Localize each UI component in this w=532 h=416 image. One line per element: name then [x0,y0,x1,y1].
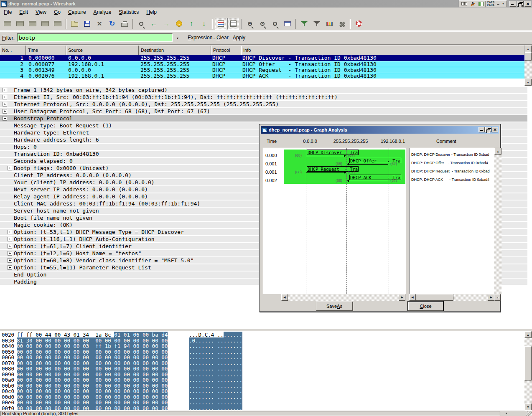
hex-row[interactable]: 00f000 00 00 00 00 00 00 00 00 00 00 00 … [0,406,524,411]
scroll-down-button[interactable] [494,294,501,301]
expand-icon[interactable] [8,230,12,234]
packet-row[interactable]: 20.000877192.168.0.1255.255.255.255DHCPD… [0,61,524,67]
detail-row[interactable]: Bootstrap Protocol [0,116,532,121]
ime-minimize-button[interactable] [496,1,501,7]
scroll-track[interactable] [288,294,399,301]
filter-input[interactable] [17,33,173,42]
menu-help[interactable]: Help [143,8,160,16]
help-button[interactable] [353,18,364,30]
menu-statistics[interactable]: Statistics [115,8,143,16]
go-forward-button[interactable]: → [160,18,172,30]
packet-row[interactable]: 10.0000000.0.0.0255.255.255.255DHCPDHCP … [0,55,524,61]
dialog-maximize-button[interactable] [485,127,491,132]
resize-grip[interactable] [526,411,532,416]
hex-row[interactable]: 006000 00 00 00 00 00 00 00 00 00 00 00 … [0,355,524,360]
expand-icon[interactable] [3,102,7,107]
comment-panel[interactable]: DHCP: DHCP Discover - Transaction ID 0xb… [409,148,494,294]
menu-analyze[interactable]: Analyze [90,8,115,16]
preferences-button[interactable] [336,18,348,30]
auto-scroll-button[interactable] [227,18,239,30]
hex-row[interactable]: 00e000 00 00 00 00 00 00 00 00 00 00 00 … [0,400,524,406]
scroll-left-button[interactable] [281,294,288,301]
hex-row[interactable]: 005000 00 00 00 00 00 00 00 00 00 00 00 … [0,349,524,355]
collapse-icon[interactable] [3,116,7,121]
expand-icon[interactable] [8,237,12,241]
ime-dictionary-button[interactable] [477,1,485,7]
go-back-button[interactable]: ← [148,18,160,30]
menu-capture[interactable]: Capture [64,8,90,16]
dialog-minimize-button[interactable] [479,127,485,132]
capture-start-button[interactable] [27,18,38,30]
filter-dropdown-button[interactable] [173,35,182,41]
flow-graph-panel[interactable]: 0.000DHCP Discover - Tra(68)(67)0.001DHC… [263,148,406,294]
ime-input-mode-button[interactable]: A [468,1,477,7]
go-to-bottom-button[interactable]: ↓ [198,18,210,30]
hex-row[interactable]: 004000 00 00 00 00 00 00 03 ff 1b f1 94 … [0,343,524,349]
scroll-left-button[interactable] [409,294,416,301]
scroll-track[interactable] [494,155,501,294]
scroll-track[interactable] [524,338,532,346]
capture-stop-button[interactable] [39,18,51,30]
scroll-track[interactable] [524,380,532,403]
packet-row[interactable]: 40.002076192.168.0.1255.255.255.255DHCPD… [0,73,524,79]
dialog-title-bar[interactable]: dhcp_normal.pcap - Graph Analysis [261,126,499,134]
bytes-scrollbar[interactable] [524,331,532,410]
column-header-time[interactable]: Time [26,46,66,55]
column-header-info[interactable]: Info [241,46,524,55]
hex-row[interactable]: 00b000 00 00 00 00 00 00 00 00 00 00 00 … [0,383,524,389]
zoom-100-button[interactable]: : [269,18,281,30]
save-file-as-button[interactable] [81,18,93,30]
packet-row[interactable]: 30.0013490.0.0.0255.255.255.255DHCPDHCP … [0,67,524,73]
expand-icon[interactable] [3,88,7,92]
expand-icon[interactable] [8,166,12,170]
expand-icon[interactable] [8,251,12,256]
scroll-track[interactable] [453,294,488,301]
display-filter-button[interactable] [311,18,323,30]
dialog-close-button[interactable] [492,127,498,132]
close-button[interactable] [524,1,531,7]
clear-button[interactable]: Clear [216,35,229,41]
hex-row[interactable]: 00a000 00 00 00 00 00 00 00 00 00 00 00 … [0,377,524,383]
pane-splitter[interactable] [0,328,532,331]
open-file-button[interactable] [69,18,80,30]
column-header-source[interactable]: Source [66,46,139,55]
detail-row[interactable]: Internet Protocol, Src: 0.0.0.0 (0.0.0.0… [0,101,532,107]
detail-row[interactable]: Ethernet II, Src: 00:03:ff:1b:f1:94 (00:… [0,94,532,100]
scroll-thumb[interactable] [524,52,532,61]
capture-restart-button[interactable] [52,18,64,30]
close-file-button[interactable]: ✕ [94,18,105,30]
hex-row[interactable]: 00d000 00 00 00 00 00 00 00 00 00 00 00 … [0,394,524,400]
minimize-button[interactable] [509,1,516,7]
hex-row[interactable]: 007000 00 00 00 00 00 00 00 00 00 00 00 … [0,360,524,366]
scroll-right-button[interactable] [488,294,494,301]
colorize-packets-button[interactable] [215,18,227,30]
scroll-up-button[interactable] [524,331,532,338]
scroll-track[interactable] [524,61,532,79]
hex-row[interactable]: 008000 00 00 00 00 00 00 00 00 00 00 00 … [0,366,524,372]
hex-row[interactable]: 003081 30 00 00 00 00 00 00 00 00 00 00 … [0,338,524,344]
go-to-packet-button[interactable]: → [173,18,185,30]
packet-list-scrollbar[interactable] [524,46,532,86]
close-dialog-button[interactable]: Close [408,302,443,311]
go-to-top-button[interactable]: ↑ [186,18,197,30]
menu-go[interactable]: Go [50,8,64,16]
print-button[interactable] [119,18,130,30]
save-as-button[interactable]: Save As [316,302,353,311]
menu-file[interactable]: File [0,8,15,16]
scroll-up-button[interactable] [494,148,501,155]
scroll-right-button[interactable] [399,294,405,301]
zoom-out-button[interactable]: − [257,18,268,30]
scroll-thumb[interactable] [416,294,453,301]
capture-options-button[interactable] [14,18,26,30]
ime-language-bar[interactable]: A CAPS KANA [459,0,507,7]
capture-filter-button[interactable] [298,18,310,30]
column-header-protocol[interactable]: Protocol [211,46,241,55]
hex-row[interactable]: 0020ff ff 00 44 00 43 01 34 1a 8c 01 01 … [0,332,524,338]
zoom-in-button[interactable]: + [244,18,256,30]
ime-keyboard-button[interactable] [460,1,468,7]
menu-view[interactable]: View [32,8,50,16]
reload-button[interactable]: ↻ [106,18,118,30]
list-interfaces-button[interactable] [2,18,13,30]
dialog-scrollbar-corner[interactable] [494,294,501,301]
scroll-down-button[interactable] [524,79,532,86]
